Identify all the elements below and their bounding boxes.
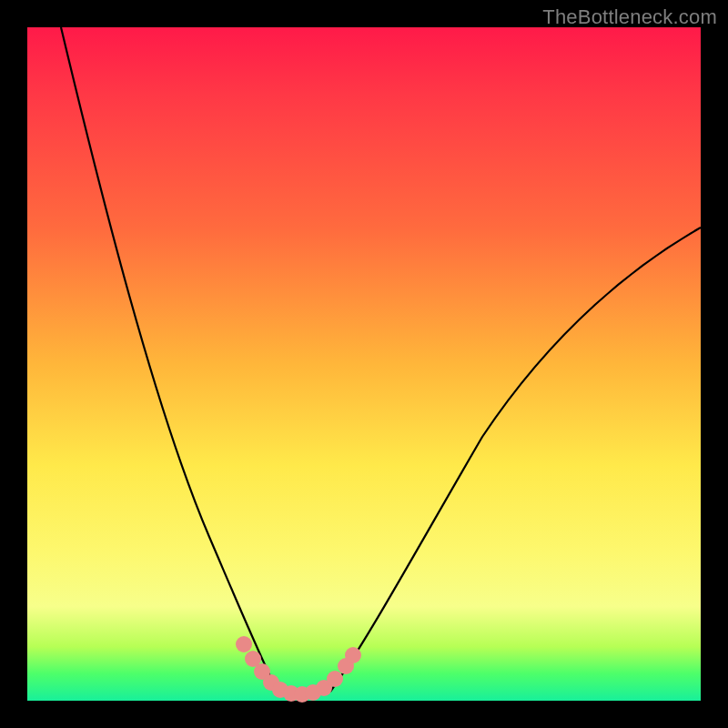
watermark-text: TheBottleneck.com (542, 5, 717, 29)
right-curve (330, 228, 701, 692)
valley-marker-group (236, 636, 361, 703)
chart-svg (27, 27, 701, 701)
valley-marker (345, 647, 361, 663)
left-curve (61, 27, 278, 692)
valley-marker (327, 671, 343, 687)
valley-marker (236, 636, 252, 652)
chart-frame: TheBottleneck.com (0, 0, 728, 728)
